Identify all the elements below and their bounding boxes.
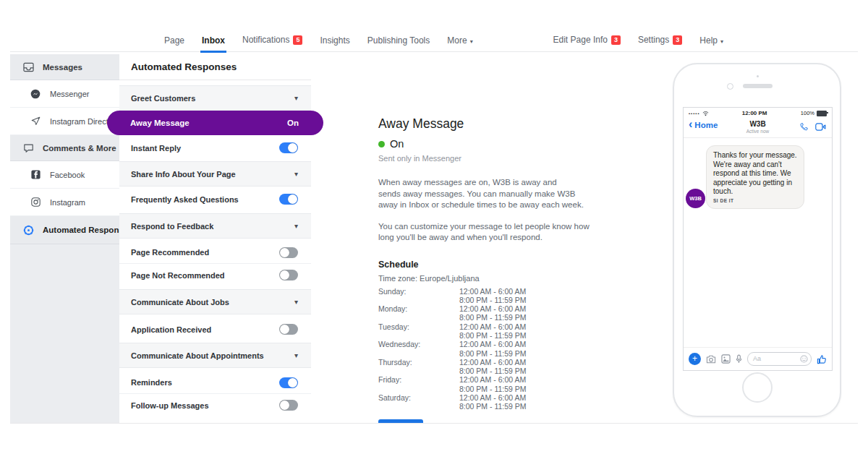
panel-row-label: Share Info About Your Page xyxy=(131,170,294,179)
nav-tab-page[interactable]: Page xyxy=(164,35,184,46)
nav-tab-label: Insights xyxy=(320,35,349,46)
panel-row-page-not-recommended[interactable]: Page Not Recommended xyxy=(119,264,311,286)
top-nav-right: Edit Page Info3 Settings3 Help▾ xyxy=(553,29,723,51)
away-message-detail: Away Message On Sent only in Messenger W… xyxy=(311,54,673,423)
panel-row-page-recommended[interactable]: Page Recommended xyxy=(119,241,311,264)
page-not-recommended-toggle[interactable] xyxy=(279,270,298,280)
panel-row-label: Respond to Feedback xyxy=(131,222,294,231)
toggle-knob xyxy=(288,194,297,204)
nav-help[interactable]: Help▾ xyxy=(699,35,723,46)
sidebar-item-instagram[interactable]: Instagram xyxy=(10,189,119,216)
avatar: W3B xyxy=(686,189,705,208)
panel-row-label: Follow-up Messages xyxy=(131,401,279,410)
sidebar-item-automated-responses[interactable]: Automated Responses xyxy=(10,216,119,244)
panel-row-respond-to-feedback[interactable]: Respond to Feedback ▾ xyxy=(119,213,311,239)
schedule-row-sunday: Sunday: 12:00 AM - 6:00 AM8:00 PM - 11:5… xyxy=(378,287,673,305)
nav-tab-insights[interactable]: Insights xyxy=(320,35,349,46)
battery-percent: 100% xyxy=(801,110,814,116)
schedule-row-saturday: Saturday: 12:00 AM - 6:00 AM8:00 PM - 11… xyxy=(378,393,673,411)
clock-label: 12:00 PM xyxy=(709,110,801,116)
panel-row-communicate-about-appointments[interactable]: Communicate About Appointments ▾ xyxy=(119,343,311,368)
composer-input: Aa xyxy=(747,352,812,366)
nav-tab-more[interactable]: More▾ xyxy=(447,35,472,46)
paragraph-line: When away messages are on, W3B is away a… xyxy=(378,177,673,189)
panel-row-faq[interactable]: Frequently Asked Questions xyxy=(119,188,311,210)
schedule-time: 8:00 PM - 11:59 PM xyxy=(459,402,527,411)
follow-up-messages-toggle[interactable] xyxy=(279,400,298,411)
panel-row-label: Page Recommended xyxy=(131,248,279,257)
sidebar-item-comments-and-more[interactable]: Comments & More xyxy=(10,135,119,161)
panel-row-reminders[interactable]: Reminders xyxy=(119,372,311,394)
nav-tab-inbox[interactable]: Inbox xyxy=(202,35,225,46)
nav-tab-label: Inbox xyxy=(202,35,225,46)
paragraph-line: away in Inbox or schedule times to be aw… xyxy=(378,200,673,211)
top-nav: Page Inbox Notifications5 Insights Publi… xyxy=(10,29,858,52)
inbox-sidebar: Messages Messenger Instagram Direct Comm… xyxy=(10,54,119,423)
nav-tab-notifications[interactable]: Notifications5 xyxy=(242,35,302,46)
away-message-label: Away Message xyxy=(130,119,287,127)
description-paragraph-1: When away messages are on, W3B is away a… xyxy=(378,177,673,211)
messenger-preview-phone: ••••• 12:00 PM 100% ‹Home W3B Active now… xyxy=(673,63,841,417)
plus-icon: + xyxy=(689,353,701,365)
automated-responses-panel: Automated Responses Greet Customers ▾ In… xyxy=(119,54,312,423)
nav-settings[interactable]: Settings3 xyxy=(638,35,682,46)
camera-icon xyxy=(706,355,716,364)
application-received-toggle[interactable] xyxy=(279,324,298,335)
battery-icon xyxy=(817,111,827,116)
schedule-row-monday: Monday: 12:00 AM - 6:00 AM8:00 PM - 11:5… xyxy=(378,304,673,322)
nav-tab-label: Help xyxy=(699,35,718,46)
instant-reply-toggle[interactable] xyxy=(279,142,298,153)
nav-tab-label: Settings xyxy=(638,35,669,45)
notifications-count-badge: 5 xyxy=(293,35,302,45)
faq-toggle[interactable] xyxy=(279,194,298,205)
instagram-icon xyxy=(26,197,45,207)
toggle-knob xyxy=(280,401,289,410)
bubble-footnote: SI DE IT xyxy=(713,198,797,203)
phone-status-bar: ••••• 12:00 PM 100% xyxy=(684,108,832,119)
panel-row-label: Greet Customers xyxy=(131,94,294,103)
panel-row-label: Frequently Asked Questions xyxy=(131,195,279,204)
nav-edit-page-info[interactable]: Edit Page Info3 xyxy=(553,35,621,46)
conversation-header: ‹Home W3B Active now xyxy=(684,119,832,138)
nav-tab-publishing-tools[interactable]: Publishing Tools xyxy=(367,35,430,46)
panel-row-follow-up-messages[interactable]: Follow-up Messages xyxy=(119,394,311,416)
sidebar-item-messenger[interactable]: Messenger xyxy=(10,80,119,108)
edit-button-clipped[interactable] xyxy=(378,419,423,423)
panel-row-away-message[interactable]: Away Message On xyxy=(107,111,323,135)
sidebar-item-facebook[interactable]: Facebook xyxy=(10,161,119,189)
paragraph-line: long you'll be away and when you'll resp… xyxy=(378,232,673,244)
schedule-time: 12:00 AM - 6:00 AM xyxy=(459,322,527,331)
status-green-dot xyxy=(378,141,385,147)
chevron-down-icon: ▾ xyxy=(294,94,298,102)
schedule-time: 8:00 PM - 11:59 PM xyxy=(459,313,527,322)
toggle-knob xyxy=(288,378,297,387)
atom-icon xyxy=(19,225,38,236)
sidebar-item-messages[interactable]: Messages xyxy=(10,54,119,80)
phone-call-icon xyxy=(799,122,809,132)
page-recommended-toggle[interactable] xyxy=(279,247,298,258)
bubble-line: appreciate you getting in xyxy=(713,179,797,188)
status-subtitle: Sent only in Messenger xyxy=(378,154,673,163)
sidebar-item-instagram-direct[interactable]: Instagram Direct xyxy=(10,108,119,135)
schedule-time: 12:00 AM - 6:00 AM xyxy=(459,358,527,367)
page-title: Away Message xyxy=(378,116,673,132)
facebook-icon xyxy=(26,170,45,179)
composer-placeholder: Aa xyxy=(753,355,761,362)
schedule-time: 8:00 PM - 11:59 PM xyxy=(459,349,527,358)
panel-row-instant-reply[interactable]: Instant Reply xyxy=(119,137,311,159)
phone-speaker xyxy=(743,84,773,88)
smiley-icon xyxy=(800,355,808,363)
caret-down-icon: ▾ xyxy=(470,38,473,45)
schedule-time: 8:00 PM - 11:59 PM xyxy=(459,385,527,393)
panel-row-greet-customers[interactable]: Greet Customers ▾ xyxy=(119,85,311,111)
panel-row-application-received[interactable]: Application Received xyxy=(119,318,311,340)
caret-down-icon: ▾ xyxy=(720,38,723,45)
toggle-knob xyxy=(280,325,289,334)
panel-row-share-info[interactable]: Share Info About Your Page ▾ xyxy=(119,161,311,187)
sidebar-item-label: Messenger xyxy=(50,90,89,98)
sidebar-item-label: Comments & More xyxy=(43,144,116,153)
panel-row-label: Communicate About Appointments xyxy=(131,351,294,360)
sidebar-item-label: Messages xyxy=(43,63,82,72)
panel-row-communicate-about-jobs[interactable]: Communicate About Jobs ▾ xyxy=(119,289,311,314)
reminders-toggle[interactable] xyxy=(279,377,298,388)
